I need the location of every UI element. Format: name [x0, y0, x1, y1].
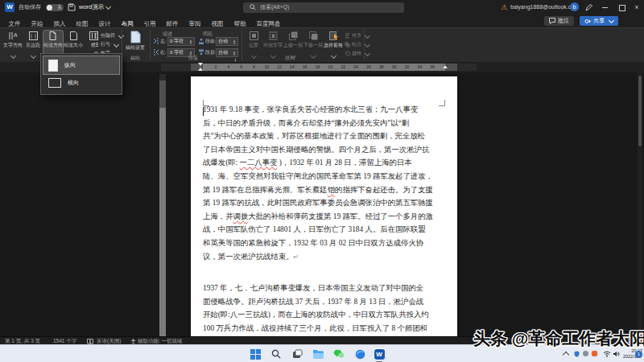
rotate-icon — [345, 51, 350, 56]
autosave-toggle[interactable]: 关 — [46, 4, 64, 11]
ruler-number: 26 — [366, 64, 371, 70]
chevron-down-icon — [609, 17, 614, 23]
orientation-menu-items: 纵向横向 — [43, 56, 119, 92]
horizontal-ruler[interactable]: 2468101214161820222426283032343638 — [161, 64, 477, 71]
scrollbar-thumb[interactable] — [638, 76, 642, 146]
ruler-number: 22 — [341, 64, 345, 70]
text-direction-button[interactable]: A 文字方向 — [3, 31, 23, 62]
group-icon — [345, 42, 350, 47]
word-taskbar-button[interactable]: W — [373, 348, 386, 360]
tray-chevron-up-icon[interactable] — [563, 352, 569, 358]
ruler-number: 12 — [277, 64, 282, 70]
ruler-number: 28 — [379, 64, 384, 70]
warning-icon: ⚠ — [501, 2, 507, 13]
indent-right-icon — [153, 49, 159, 56]
toggle-knob-icon — [47, 5, 52, 10]
rotate-button[interactable]: 旋转 — [345, 49, 369, 58]
windows-start-icon — [250, 349, 261, 360]
comments-button[interactable]: 批注 — [544, 16, 574, 26]
send-backward-button[interactable]: 下移一层 — [303, 31, 323, 62]
bring-forward-icon — [288, 31, 299, 41]
save-icon[interactable] — [68, 3, 76, 11]
right-indent-marker[interactable] — [443, 65, 448, 68]
indent-left-stepper[interactable]: 0 字符▲▼ — [167, 37, 195, 46]
group-label-arrange: 排列 — [274, 55, 306, 62]
indent-left-icon — [153, 38, 159, 44]
ruler-number: 34 — [417, 64, 422, 70]
share-icon — [584, 18, 591, 24]
vertical-scrollbar[interactable] — [638, 72, 642, 336]
file-explorer-icon — [312, 349, 324, 359]
notification-badge[interactable]: 1 — [635, 351, 642, 358]
word-logo-icon: W — [5, 2, 14, 12]
maximize-button[interactable] — [619, 5, 625, 11]
start-button[interactable] — [249, 348, 262, 360]
account-email[interactable]: baiyang1888@outlook.com — [510, 0, 579, 14]
word-app-icon: W — [374, 349, 385, 360]
ruler-number: 30 — [392, 64, 397, 70]
shield-icon[interactable] — [574, 351, 580, 357]
first-line-indent-marker[interactable] — [198, 63, 203, 66]
hanging-indent-marker[interactable] — [198, 68, 203, 71]
space-before-label: 段前: — [205, 37, 217, 46]
breaks-button[interactable]: 分隔符 — [93, 31, 123, 40]
paragraph: 1937 年，七．七卢沟桥事变爆发，日本帝国主义发动了对中国的全面侵略战争。距卢… — [203, 282, 448, 335]
minimize-button[interactable] — [602, 7, 608, 8]
manuscript-setup-button[interactable]: 稿纸设置 — [124, 31, 147, 50]
wechat-icon — [333, 349, 345, 359]
orientation-option-2[interactable]: 横向 — [43, 74, 119, 92]
taskbar-search-icon — [271, 349, 281, 359]
indent-right-label: 右: — [160, 48, 167, 57]
space-before-stepper[interactable]: 自动▲▼ — [216, 37, 238, 46]
wifi-icon[interactable] — [603, 351, 611, 357]
proofing-icon[interactable] — [87, 339, 93, 344]
position-button[interactable]: 位置 — [245, 31, 262, 62]
portrait-page-icon — [48, 60, 58, 72]
paragraph: 1931 年 9.18 事变，张学良丢失苦心经营的东北三省；九一八事变后，中日的… — [203, 103, 448, 263]
orientation-dropdown-menu: 纵向横向 — [40, 53, 122, 95]
accessibility-icon — [130, 339, 136, 344]
group-button[interactable]: 组合 — [345, 40, 369, 49]
app-tray-icon[interactable] — [592, 351, 597, 356]
ruler-number: 10 — [264, 64, 269, 70]
selection-pane-button[interactable]: 选择窗格 — [324, 31, 343, 62]
close-button[interactable]: × — [630, 0, 643, 14]
ruler-number: 8 — [253, 64, 255, 70]
breaks-icon — [93, 33, 99, 39]
autosave-state: 关 — [57, 5, 62, 10]
orientation-option-1[interactable]: 纵向 — [43, 56, 119, 74]
word-application-window: W 自动保存 关 word演示 搜索(Alt+Q) ⚠ baiyang1888@… — [0, 0, 644, 362]
search-icon — [250, 4, 256, 10]
vertical-ruler[interactable] — [159, 74, 166, 336]
task-view-icon — [292, 349, 303, 359]
ruler-number: 32 — [405, 64, 410, 70]
document-text[interactable]: 1931 年 9.18 事变，张学良丢失苦心经营的东北三省；九一八事变后，中日的… — [203, 103, 448, 335]
space-after-stepper[interactable]: 自动▲▼ — [216, 48, 238, 57]
ruler-number: 16 — [303, 64, 308, 70]
browser-app-button[interactable] — [353, 348, 366, 360]
ruler-number: 4 — [227, 64, 229, 70]
avatar[interactable]: b — [570, 2, 579, 11]
ink-pen-icon[interactable] — [585, 4, 592, 11]
orientation-option-label: 纵向 — [64, 61, 76, 69]
manuscript-icon — [130, 31, 141, 43]
send-backward-icon — [308, 31, 319, 41]
line-numbers-button[interactable]: 行号 — [93, 40, 118, 49]
document-title[interactable]: word演示 — [79, 0, 110, 14]
align-button[interactable]: 对齐 — [345, 31, 369, 40]
landscape-page-icon — [48, 78, 61, 88]
document-area: 1931 年 9.18 事变，张学良丢失苦心经营的东北三省；九一八事变后，中日的… — [0, 72, 644, 336]
ruler-number: 24 — [353, 64, 358, 70]
document-page[interactable]: 1931 年 9.18 事变，张学良丢失苦心经营的东北三省；九一八事变后，中日的… — [191, 76, 457, 336]
ruler-number: 20 — [328, 64, 333, 70]
settings-tray-icon[interactable] — [583, 351, 588, 356]
file-explorer-button[interactable] — [312, 348, 324, 360]
paper-size-icon — [68, 31, 79, 41]
wechat-button[interactable] — [332, 348, 345, 360]
line-numbers-icon — [93, 42, 99, 47]
margins-icon — [28, 31, 39, 41]
share-button[interactable]: 共享 — [580, 16, 618, 26]
search-input[interactable]: 搜索(Alt+Q) — [243, 2, 404, 13]
taskbar-search-button[interactable] — [270, 348, 283, 360]
task-view-button[interactable] — [291, 348, 303, 360]
